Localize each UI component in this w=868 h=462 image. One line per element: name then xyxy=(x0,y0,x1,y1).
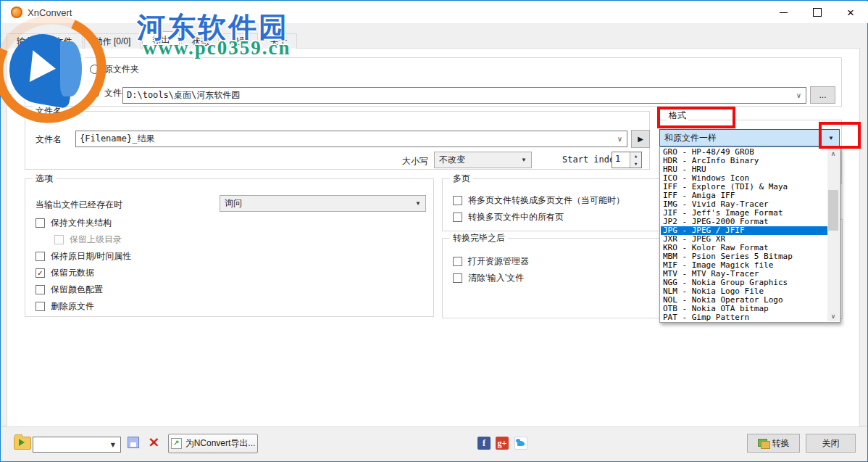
save-settings-icon[interactable] xyxy=(128,437,139,448)
delete-settings-icon[interactable]: × xyxy=(148,433,160,450)
checkbox[interactable] xyxy=(453,213,462,222)
next-arrow-icon: ▶ xyxy=(638,135,643,143)
format-option[interactable]: PAT - Gimp Pattern xyxy=(661,313,827,321)
radio-original-label: 原文件夹 xyxy=(104,63,139,75)
checkbox-label: 保留上级目录 xyxy=(70,234,122,246)
after-checkbox-group: 打开资源管理器清除‘输入’文件 xyxy=(453,253,670,286)
tab-strip: 输入 : 2个文件 动作 [0/0] 输出 状态 设置 关于 xyxy=(7,32,299,49)
tab-settings[interactable]: 设置 xyxy=(220,33,258,49)
window-title: XnConvert xyxy=(28,7,72,18)
export-nconvert-button[interactable]: ↗ 为NConvert导出... xyxy=(168,434,258,453)
after-convert-group: 转换完毕之后 打开资源管理器清除‘输入’文件 xyxy=(442,238,675,318)
tab-actions[interactable]: 动作 [0/0] xyxy=(84,33,141,49)
output-path-value: D:\tools\桌面\河东软件园 xyxy=(127,89,240,102)
spin-down-icon: ▼ xyxy=(630,160,641,168)
tab-status[interactable]: 状态 xyxy=(181,33,219,49)
settings-preset-dropdown[interactable]: ▼ xyxy=(33,437,121,453)
format-group-title: 格式 xyxy=(667,110,688,122)
format-options-items: GRO - HP-48/49 GROBHDR - ArcInfo BinaryH… xyxy=(661,148,827,321)
tab-output[interactable]: 输出 xyxy=(142,31,180,49)
combo-chevron-icon: ∨ xyxy=(796,91,801,99)
combo-chevron-icon: ∨ xyxy=(617,135,622,143)
dropdown-arrow-icon: ▼ xyxy=(62,84,68,91)
multipage-checkbox-group: 将多页文件转换成多页文件（当可能时）转换多页文件中的所有页 xyxy=(453,192,670,226)
radio-selected-icon xyxy=(90,88,99,98)
twitter-bird-icon xyxy=(517,441,525,446)
start-index-value: 1 xyxy=(615,154,620,164)
case-dropdown[interactable]: 不改变 ▼ xyxy=(434,152,532,168)
options-group: 选项 当输出文件已经存在时 询问 ▼ 保持文件夹结构保留上级目录保持原日期/时间… xyxy=(25,178,434,317)
dropdown-arrow-icon: ▼ xyxy=(111,442,115,448)
radio-icon xyxy=(90,65,99,74)
radio-original-folder[interactable]: 原文件夹 xyxy=(90,63,139,75)
close-label: 关闭 xyxy=(822,437,840,450)
output-mode-value: 文件夹 xyxy=(33,81,59,94)
convert-images-icon xyxy=(758,439,769,447)
checkbox[interactable] xyxy=(36,285,45,294)
minimize-button[interactable] xyxy=(767,1,800,23)
twitter-icon[interactable] xyxy=(514,437,527,450)
format-dropdown[interactable]: 和原文件一样 ▼ xyxy=(659,129,840,147)
start-index-spinner[interactable]: 1 ▲ ▼ xyxy=(612,152,642,168)
scroll-up-icon[interactable]: ∧ xyxy=(827,148,839,159)
tab-about[interactable]: 关于 xyxy=(259,33,297,49)
checkbox-label: 打开资源管理器 xyxy=(468,255,529,268)
maximize-button[interactable] xyxy=(801,1,834,23)
checkbox[interactable] xyxy=(453,257,462,266)
xnconvert-window: XnConvert × 输入 : 2个文件 动作 [0/0] 输出 状态 设置 … xyxy=(0,0,868,462)
filename-group-title: 文件名 xyxy=(33,105,64,117)
load-settings-folder-icon[interactable] xyxy=(14,437,31,450)
exists-value: 询问 xyxy=(225,197,242,210)
export-icon: ↗ xyxy=(171,438,182,449)
checkbox[interactable] xyxy=(453,273,462,283)
filename-group: 文件名 文件名 {Filename}_结果 ∨ ▶ 大小写 不改变 ▼ Star… xyxy=(25,111,650,170)
after-convert-group-title: 转换完毕之后 xyxy=(450,232,508,244)
filename-pattern-input[interactable]: {Filename}_结果 ∨ xyxy=(75,131,627,147)
format-arrow-annotation-box xyxy=(819,122,861,149)
filename-field-label: 文件名 xyxy=(36,133,62,146)
dropdown-arrow-icon: ▼ xyxy=(521,157,527,163)
exists-dropdown[interactable]: 询问 ▼ xyxy=(220,195,426,212)
maximize-icon xyxy=(813,8,822,17)
checkbox-label: 保留元数据 xyxy=(51,267,94,279)
checkbox[interactable] xyxy=(453,196,462,205)
checkbox-label: 保持文件夹结构 xyxy=(51,217,112,229)
checkbox[interactable] xyxy=(54,235,64,244)
checkbox-label: 将多页文件转换成多页文件（当可能时） xyxy=(468,194,625,207)
format-list-scrollbar[interactable]: ∧ ∨ xyxy=(827,148,839,321)
checkbox[interactable] xyxy=(36,302,45,311)
convert-label: 转换 xyxy=(772,437,790,450)
close-icon: × xyxy=(847,7,854,19)
checkbox[interactable] xyxy=(36,252,45,261)
close-dialog-button[interactable]: 关闭 xyxy=(806,434,856,453)
scroll-down-icon[interactable]: ∨ xyxy=(827,310,839,321)
spinner-buttons[interactable]: ▲ ▼ xyxy=(630,152,641,168)
facebook-icon[interactable]: f xyxy=(477,437,491,450)
browse-button[interactable]: ... xyxy=(810,86,835,104)
convert-button[interactable]: 转换 xyxy=(747,434,800,453)
case-label: 大小写 xyxy=(402,155,428,168)
exists-label: 当输出文件已经存在时 xyxy=(36,199,122,211)
output-path-input[interactable]: D:\tools\桌面\河东软件园 ∨ xyxy=(122,87,806,104)
dropdown-arrow-icon: ▼ xyxy=(415,200,421,207)
output-group: 输出 文件夹 ▼ 原文件夹 文件夹 D:\tools\桌面\河东软件园 ∨ ..… xyxy=(25,57,842,107)
close-button[interactable]: × xyxy=(834,1,867,23)
title-bar: XnConvert × xyxy=(1,1,868,23)
checkbox[interactable] xyxy=(36,218,45,228)
case-value: 不改变 xyxy=(439,154,465,166)
multipage-group-title: 多页 xyxy=(450,173,473,185)
checkbox-label: 保持原日期/时间属性 xyxy=(51,250,131,263)
multipage-group: 多页 将多页文件转换成多页文件（当可能时）转换多页文件中的所有页 xyxy=(442,178,675,231)
scrollbar-thumb[interactable] xyxy=(828,190,838,231)
googleplus-icon[interactable]: g+ xyxy=(496,437,509,450)
folder-arrow-icon xyxy=(19,439,25,446)
spin-up-icon: ▲ xyxy=(630,152,641,160)
tab-input[interactable]: 输入 : 2个文件 xyxy=(7,33,83,49)
filename-token-button[interactable]: ▶ xyxy=(631,130,650,148)
checkbox-checked[interactable]: ✓ xyxy=(36,268,45,278)
checkbox-label: 清除‘输入’文件 xyxy=(468,272,524,284)
output-mode-dropdown[interactable]: 文件夹 ▼ xyxy=(28,79,73,95)
browse-label: ... xyxy=(819,90,826,100)
export-label: 为NConvert导出... xyxy=(185,437,256,450)
format-options-list: GRO - HP-48/49 GROBHDR - ArcInfo BinaryH… xyxy=(659,147,840,323)
